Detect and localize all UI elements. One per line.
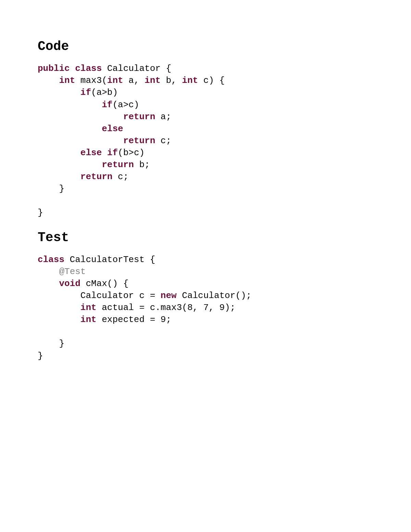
code-token [38, 100, 102, 110]
code-token [38, 172, 80, 182]
code-token: c) { [198, 75, 225, 86]
code-token: (b>c) [118, 148, 145, 158]
code-token [38, 75, 59, 86]
heading-code: Code [38, 38, 377, 55]
code-token [38, 326, 43, 337]
code-token: int [80, 302, 97, 313]
code-token: void [59, 279, 80, 289]
code-token: return [80, 172, 113, 182]
code-token: CalculatorTest { [64, 255, 155, 265]
code-token: int [182, 75, 198, 86]
code-token [38, 87, 80, 98]
code-token: @Test [59, 267, 86, 277]
code-block-calculator: public class Calculator { int max3(int a… [38, 63, 377, 219]
code-token [38, 267, 59, 277]
code-token: new [161, 290, 177, 301]
code-token [38, 160, 102, 170]
code-token [38, 136, 123, 146]
code-token: actual = c.max3(8, 7, 9); [97, 302, 236, 313]
code-token [38, 124, 102, 134]
code-token: c; [155, 136, 171, 146]
code-token: } [38, 351, 43, 361]
code-token: public [38, 63, 70, 74]
heading-test: Test [38, 229, 377, 246]
code-token: b; [134, 160, 150, 170]
code-token: int [107, 75, 123, 86]
code-token: max3( [75, 75, 107, 86]
code-token: } [38, 338, 64, 349]
code-token: return [123, 136, 155, 146]
code-token: c; [112, 172, 128, 182]
code-token: (a>c) [112, 100, 139, 110]
code-token: expected = 9; [97, 314, 171, 325]
code-token: else [102, 124, 123, 134]
code-token [38, 148, 80, 158]
code-token: a, [123, 75, 145, 86]
code-token [70, 63, 75, 74]
code-token: if [80, 87, 91, 98]
code-token: cMax() { [80, 279, 128, 289]
code-token: int [145, 75, 161, 86]
code-token: b, [161, 75, 182, 86]
code-token: Calculator { [102, 63, 171, 74]
code-token [38, 112, 123, 122]
code-token: else [80, 148, 102, 158]
code-token: if [102, 100, 112, 110]
code-token [102, 148, 107, 158]
code-token: Calculator c = [38, 290, 161, 301]
code-token [38, 196, 43, 206]
code-token: a; [155, 112, 171, 122]
code-token [38, 302, 80, 313]
code-token: return [102, 160, 134, 170]
code-token: } [38, 184, 64, 194]
code-token: } [38, 208, 43, 218]
code-token: Calculator(); [177, 290, 251, 301]
code-token: class [38, 255, 64, 265]
code-token [38, 279, 59, 289]
code-token: return [123, 112, 155, 122]
code-token: int [59, 75, 75, 86]
code-token [38, 314, 80, 325]
code-block-calculator-test: class CalculatorTest { @Test void cMax()… [38, 254, 377, 362]
code-token: int [80, 314, 97, 325]
code-token: class [75, 63, 102, 74]
code-token: if [107, 148, 118, 158]
code-token: (a>b) [91, 87, 118, 98]
document-page: Code public class Calculator { int max3(… [0, 0, 411, 362]
